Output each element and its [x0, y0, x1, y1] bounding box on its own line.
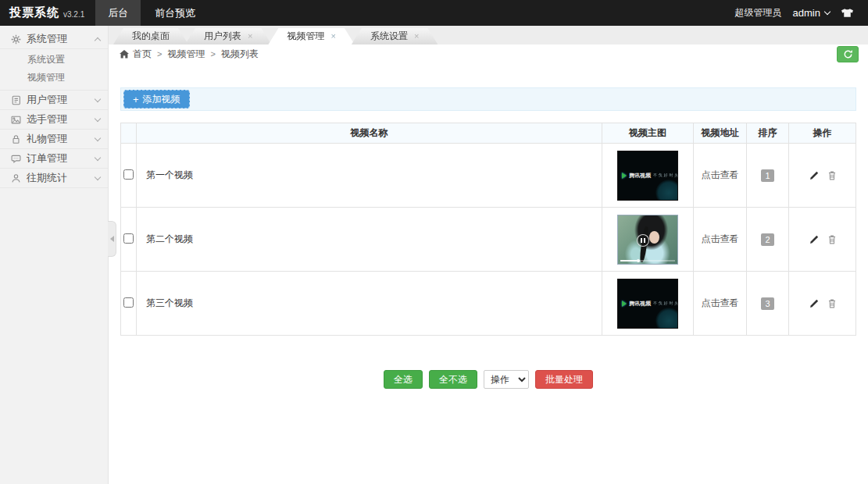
- sidebar-subitem-video[interactable]: 视频管理: [0, 69, 108, 87]
- video-name-cell: 第二个视频: [137, 208, 602, 272]
- refresh-icon: [843, 49, 853, 59]
- sidebar-subitem-settings[interactable]: 系统设置: [0, 51, 108, 69]
- chevron-down-icon: [95, 173, 101, 180]
- user-dropdown[interactable]: admin: [793, 7, 830, 19]
- edit-icon[interactable]: [809, 171, 819, 180]
- video-thumbnail[interactable]: [617, 215, 678, 265]
- delete-icon[interactable]: [828, 171, 836, 180]
- delete-icon[interactable]: [828, 299, 836, 308]
- row-checkbox[interactable]: [123, 297, 134, 308]
- order-badge: 3: [761, 297, 773, 310]
- picture-icon: [9, 115, 22, 125]
- add-video-button[interactable]: + 添加视频: [123, 90, 190, 109]
- select-all-button[interactable]: 全选: [384, 370, 423, 389]
- delete-icon[interactable]: [828, 235, 836, 244]
- address-book-icon: [9, 95, 22, 105]
- tab-user-list[interactable]: 用户列表 ×: [185, 28, 271, 44]
- sidebar-item-statistics[interactable]: 往期统计: [0, 169, 108, 188]
- tencent-video-logo: 腾讯视频 不负好时光: [622, 300, 678, 308]
- view-link[interactable]: 点击查看: [702, 169, 739, 180]
- tab-strip: 我的桌面 用户列表 × 视频管理 × 系统设置 ×: [109, 26, 868, 44]
- username: admin: [793, 7, 820, 19]
- sidebar-item-label: 选手管理: [27, 112, 67, 126]
- sidebar-item-label: 系统管理: [27, 32, 67, 46]
- tencent-video-logo: 腾讯视频 不负好时光: [622, 172, 678, 180]
- breadcrumb-video-management[interactable]: 视频管理: [167, 48, 205, 61]
- video-thumbnail[interactable]: 腾讯视频 不负好时光: [617, 151, 678, 201]
- nav-backend-label: 后台: [108, 6, 128, 20]
- theme-tshirt-icon[interactable]: [841, 8, 854, 18]
- play-icon: [622, 173, 627, 179]
- view-link[interactable]: 点击查看: [702, 297, 739, 308]
- logo-slogan: 不负好时光: [653, 173, 678, 179]
- order-badge: 1: [761, 169, 773, 182]
- video-name-cell: 第三个视频: [137, 272, 602, 336]
- sidebar-subitem-label: 视频管理: [27, 71, 65, 84]
- topbar: 投票系统 v3.2.1 后台 前台预览 超级管理员 admin: [0, 0, 868, 26]
- view-link[interactable]: 点击查看: [702, 233, 739, 244]
- sidebar-submenu-system: 系统设置 视频管理: [0, 49, 108, 91]
- close-icon[interactable]: ×: [330, 32, 335, 41]
- breadcrumb: 首页 > 视频管理 > 视频列表: [109, 44, 868, 63]
- header-operations: 操作: [789, 123, 856, 144]
- batch-process-button[interactable]: 批量处理: [535, 370, 593, 389]
- tab-video-management[interactable]: 视频管理 ×: [268, 28, 354, 44]
- play-icon: [622, 301, 627, 307]
- nav-frontend-preview[interactable]: 前台预览: [141, 0, 209, 26]
- chevron-down-icon: [95, 95, 101, 101]
- refresh-button[interactable]: [837, 46, 859, 62]
- header-order: 排序: [747, 123, 789, 144]
- topbar-right: 超级管理员 admin: [735, 0, 868, 26]
- sidebar-item-label: 订单管理: [27, 151, 67, 165]
- select-none-button[interactable]: 全不选: [429, 370, 477, 389]
- sidebar-item-users[interactable]: 用户管理: [0, 91, 108, 110]
- thumb-figure: [649, 231, 659, 244]
- plus-icon: +: [133, 94, 139, 105]
- breadcrumb-video-list: 视频列表: [221, 48, 259, 61]
- breadcrumb-separator: >: [210, 49, 215, 59]
- thumb-glow: [655, 180, 678, 201]
- breadcrumb-label: 视频列表: [221, 48, 259, 61]
- breadcrumb-home-label: 首页: [133, 48, 152, 61]
- nav-preview-label: 前台预览: [155, 6, 195, 20]
- sidebar-collapse-handle[interactable]: [108, 221, 116, 257]
- table-toolbar: + 添加视频: [120, 87, 856, 111]
- close-icon[interactable]: ×: [248, 32, 252, 41]
- sidebar-item-orders[interactable]: 订单管理: [0, 149, 108, 169]
- breadcrumb-home[interactable]: 首页: [120, 48, 152, 61]
- chevron-down-icon: [824, 9, 830, 15]
- tab-label: 视频管理: [287, 30, 324, 43]
- nav-backend[interactable]: 后台: [95, 0, 141, 26]
- video-name-cell: 第一个视频: [137, 144, 602, 208]
- order-badge: 2: [761, 233, 773, 246]
- table-row: 第一个视频 腾讯视频 不负好时光: [121, 144, 856, 208]
- gear-icon: [9, 34, 22, 44]
- sidebar-item-system[interactable]: 系统管理: [0, 30, 108, 49]
- breadcrumb-label: 视频管理: [167, 48, 205, 61]
- sidebar-item-gifts[interactable]: 礼物管理: [0, 130, 108, 149]
- app-title: 投票系统: [9, 5, 59, 20]
- chevron-down-icon: [95, 154, 101, 160]
- tab-label: 用户列表: [204, 30, 241, 43]
- edit-icon[interactable]: [809, 299, 819, 308]
- person-icon: [9, 173, 22, 183]
- row-checkbox[interactable]: [123, 169, 134, 180]
- tab-system-settings[interactable]: 系统设置 ×: [352, 28, 438, 44]
- comment-icon: [9, 154, 22, 164]
- action-select[interactable]: 操作: [484, 370, 529, 389]
- close-icon[interactable]: ×: [414, 32, 419, 41]
- logo-slogan: 不负好时光: [653, 301, 678, 307]
- chevron-up-icon: [95, 37, 101, 43]
- row-checkbox[interactable]: [123, 233, 134, 244]
- app-version: v3.2.1: [63, 10, 84, 19]
- sidebar-item-players[interactable]: 选手管理: [0, 110, 108, 130]
- edit-icon[interactable]: [809, 235, 819, 244]
- sidebar-item-label: 往期统计: [27, 171, 67, 185]
- brand: 投票系统 v3.2.1: [0, 0, 95, 26]
- video-thumbnail[interactable]: 腾讯视频 不负好时光: [617, 279, 678, 329]
- table-header-row: 视频名称 视频主图 视频地址 排序 操作: [121, 123, 856, 144]
- table-row: 第三个视频 腾讯视频 不负好时光: [121, 272, 856, 336]
- content-area: + 添加视频 视频名称 视频主图 视频地址: [109, 63, 868, 484]
- tab-desktop[interactable]: 我的桌面: [113, 28, 188, 44]
- video-table: 视频名称 视频主图 视频地址 排序 操作 第一个视频: [120, 123, 856, 336]
